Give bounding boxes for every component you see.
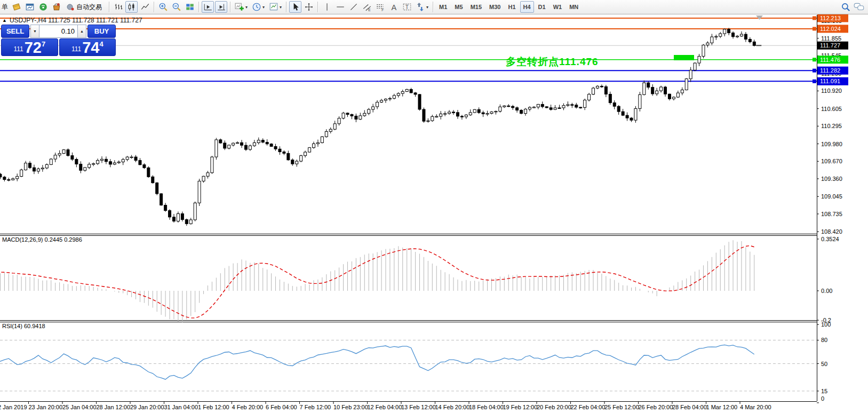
svg-text:28 Feb 04:00: 28 Feb 04:00 xyxy=(672,404,707,410)
buy-price-display[interactable]: 111744 xyxy=(59,38,116,56)
sell-button[interactable]: SELL xyxy=(1,25,29,38)
svg-text:110.295: 110.295 xyxy=(821,123,842,129)
svg-text:111.282: 111.282 xyxy=(820,67,840,74)
level-lines xyxy=(0,18,817,81)
chevron-down-icon: ▾ xyxy=(245,5,248,10)
separator xyxy=(317,2,318,12)
sell-price-sup: 7 xyxy=(42,40,45,48)
horizontal-line-icon[interactable] xyxy=(334,1,346,13)
timeframe-mn-button[interactable]: MN xyxy=(566,1,582,13)
tile-windows-icon[interactable] xyxy=(184,1,196,13)
price-axis-ticks: 112.165111.855111.545111.230110.920110.6… xyxy=(817,18,842,235)
fibonacci-icon[interactable]: F xyxy=(374,1,386,13)
svg-text:10 Feb 23:00: 10 Feb 23:00 xyxy=(333,404,368,410)
buy-button[interactable]: BUY xyxy=(87,25,116,38)
candlestick-chart-icon[interactable] xyxy=(125,1,138,13)
separator xyxy=(154,2,154,12)
pivot-annotation-text: 多空转折点111.476 xyxy=(506,55,599,69)
svg-text:7 Feb 12:00: 7 Feb 12:00 xyxy=(300,404,331,410)
crosshair-icon[interactable] xyxy=(302,1,315,13)
chart-title: ▲ USDJPY-,H4 111.725 111.728 111.721 111… xyxy=(2,17,142,24)
text-label-icon[interactable]: T xyxy=(401,1,413,13)
chevron-down-icon: ▾ xyxy=(280,5,282,10)
separator xyxy=(286,2,286,12)
svg-text:18 Feb 04:00: 18 Feb 04:00 xyxy=(469,404,504,410)
timeframe-m15-button[interactable]: M15 xyxy=(467,1,485,13)
rsi-label: RSI(14) 60.9418 xyxy=(2,323,45,329)
sell-price-display[interactable]: 111727 xyxy=(1,38,58,56)
new-order-button[interactable]: 单 xyxy=(0,3,10,12)
market-icon[interactable] xyxy=(50,1,62,13)
chat-icon[interactable] xyxy=(853,1,865,13)
chevron-down-icon: ▾ xyxy=(262,5,265,10)
templates-button[interactable]: ▾ xyxy=(267,1,283,13)
svg-text:111.476: 111.476 xyxy=(820,57,840,63)
svg-text:19 Feb 12:00: 19 Feb 12:00 xyxy=(503,404,538,410)
volume-increase-button[interactable]: ▲ xyxy=(77,25,86,38)
timeframe-w1-button[interactable]: W1 xyxy=(550,1,566,13)
svg-text:E: E xyxy=(368,8,371,12)
separator xyxy=(230,2,230,12)
chart-canvas[interactable]: 112.165111.855111.545111.230110.920110.6… xyxy=(0,0,868,413)
periods-button[interactable]: ▾ xyxy=(250,1,266,13)
timeframe-m5-button[interactable]: M5 xyxy=(451,1,466,13)
auto-trading-button[interactable]: 自动交易 xyxy=(63,1,106,13)
timeframe-m1-button[interactable]: M1 xyxy=(436,1,450,13)
svg-text:22 Jan 2019: 22 Jan 2019 xyxy=(0,404,27,410)
timeframe-d1-button[interactable]: D1 xyxy=(535,1,549,13)
zoom-in-icon[interactable] xyxy=(157,1,169,13)
svg-text:109.360: 109.360 xyxy=(821,176,842,182)
volume-input[interactable]: 0.10 xyxy=(39,25,77,38)
timeframe-h4-button[interactable]: H4 xyxy=(520,1,534,13)
bar-chart-icon[interactable] xyxy=(112,1,124,13)
volume-decrease-button[interactable]: ▼ xyxy=(30,25,39,38)
buy-price-prefix: 111 xyxy=(71,45,81,53)
vertical-line-icon[interactable] xyxy=(321,1,333,13)
equidistant-channel-icon[interactable]: E xyxy=(361,1,373,13)
svg-text:15: 15 xyxy=(821,388,827,394)
chart-shift-icon[interactable] xyxy=(215,1,227,13)
svg-text:T: T xyxy=(405,4,408,10)
chart-window-icon[interactable] xyxy=(23,1,36,13)
toolbar: 单 自动交易 ▾ ▾ ▾ E F A T ▾ M1M5M15M30H1H4D1W… xyxy=(0,0,868,14)
svg-text:14 Feb 20:00: 14 Feb 20:00 xyxy=(435,404,470,410)
svg-text:A: A xyxy=(391,3,396,12)
svg-text:112.024: 112.024 xyxy=(820,26,841,32)
svg-text:108.420: 108.420 xyxy=(821,228,842,235)
zoom-out-icon[interactable] xyxy=(170,1,182,13)
indicators-button[interactable]: ▾ xyxy=(233,1,249,13)
text-icon[interactable]: A xyxy=(387,1,400,13)
timeframe-h1-button[interactable]: H1 xyxy=(505,1,519,13)
svg-text:109.980: 109.980 xyxy=(821,141,842,147)
signals-icon[interactable] xyxy=(37,1,49,13)
svg-text:80: 80 xyxy=(821,337,827,343)
candles xyxy=(0,28,755,226)
trendline-icon[interactable] xyxy=(347,1,360,13)
notebook-icon[interactable] xyxy=(10,1,22,13)
green-zone-rect[interactable] xyxy=(674,55,694,60)
svg-text:22 Feb 04:00: 22 Feb 04:00 xyxy=(571,404,606,410)
svg-text:0: 0 xyxy=(821,395,824,402)
svg-text:20 Feb 20:00: 20 Feb 20:00 xyxy=(537,404,571,410)
sell-price-big: 72 xyxy=(25,41,42,55)
cursor-icon[interactable] xyxy=(289,1,301,13)
one-click-trading-panel: SELL ▼ 0.10 ▲ BUY 111727 111744 xyxy=(1,25,116,56)
timeframe-m30-button[interactable]: M30 xyxy=(486,1,504,13)
chevron-down-icon: ▾ xyxy=(426,5,428,10)
svg-text:13 Feb 12:00: 13 Feb 12:00 xyxy=(401,404,436,410)
svg-text:110.920: 110.920 xyxy=(821,88,842,94)
svg-text:112.213: 112.213 xyxy=(820,15,841,21)
search-icon[interactable] xyxy=(839,1,851,13)
svg-text:111.855: 111.855 xyxy=(821,35,841,42)
auto-scroll-icon[interactable] xyxy=(202,1,214,13)
separator xyxy=(433,2,433,12)
svg-text:6 Feb 04:00: 6 Feb 04:00 xyxy=(266,404,297,410)
svg-text:0.3524: 0.3524 xyxy=(821,236,839,242)
rsi-line xyxy=(0,345,754,379)
svg-text:109.045: 109.045 xyxy=(821,193,842,200)
svg-text:12 Feb 04:00: 12 Feb 04:00 xyxy=(368,404,402,410)
one-click-toggle-icon[interactable]: ▲ xyxy=(2,18,7,23)
sell-price-prefix: 111 xyxy=(13,45,23,53)
arrows-button[interactable]: ▾ xyxy=(414,1,430,13)
line-chart-icon[interactable] xyxy=(139,1,151,13)
